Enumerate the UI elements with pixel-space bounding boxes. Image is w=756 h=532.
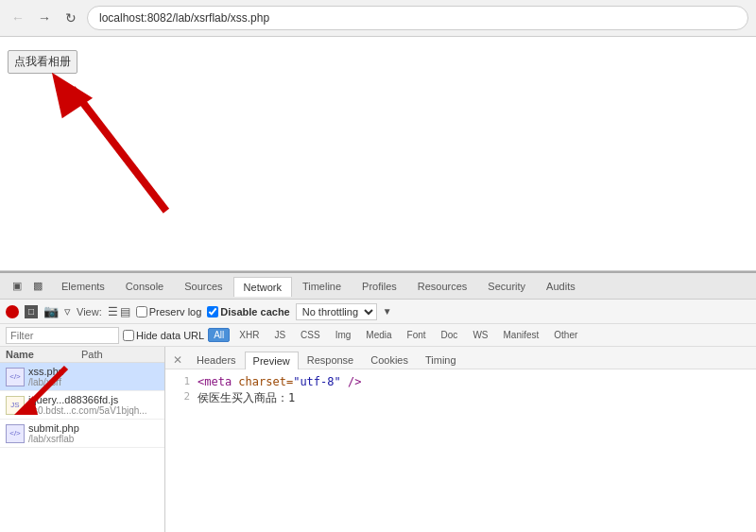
refresh-button[interactable]: ↻	[60, 8, 81, 28]
file-info-submit: submit.php /lab/xsrflab	[28, 422, 79, 444]
filter-row: Hide data URL All XHR JS CSS Img Media F…	[0, 324, 756, 347]
tab-elements[interactable]: Elements	[51, 276, 115, 296]
view-icons: ☰ ▤	[108, 305, 130, 318]
console-drawer-icon[interactable]: ▩	[28, 277, 47, 296]
file-icon-jquery: JS	[6, 396, 25, 415]
filter-font-button[interactable]: Font	[402, 328, 432, 342]
code-line-1: 1 <meta charset="utf-8" />	[171, 375, 750, 388]
name-column-header: Name	[6, 349, 81, 360]
response-close-button[interactable]: ✕	[169, 352, 186, 369]
meta-tag-close: />	[341, 375, 362, 388]
filter-icon[interactable]: ▿	[64, 304, 71, 318]
file-name-submit: submit.php	[28, 422, 79, 434]
file-path-submit: /lab/xsrflab	[28, 434, 79, 444]
response-content: 1 <meta charset="utf-8" /> 2 侯医生买入商品：1	[165, 369, 756, 532]
file-item-submit[interactable]: </> submit.php /lab/xsrflab	[0, 420, 164, 448]
filter-doc-button[interactable]: Doc	[436, 328, 464, 342]
filter-input[interactable]	[6, 327, 119, 344]
stop-button[interactable]: □	[25, 305, 38, 318]
address-bar[interactable]: localhost:8082/lab/xsrflab/xss.php	[87, 6, 748, 30]
line-num-1: 1	[171, 375, 190, 388]
hide-data-url-text: Hide data URL	[136, 330, 204, 341]
page-content: 点我看相册	[0, 37, 756, 271]
filter-js-button[interactable]: JS	[268, 328, 291, 342]
code-line-2: 2 侯医生买入商品：1	[171, 390, 750, 406]
browser-chrome: ← → ↻ localhost:8082/lab/xsrflab/xss.php	[0, 0, 756, 37]
throttle-select[interactable]: No throttling	[296, 303, 377, 320]
filter-img-button[interactable]: Img	[330, 328, 357, 342]
file-name-xss: xss.php	[28, 366, 64, 377]
inspect-icon[interactable]: ▣	[8, 277, 26, 296]
charset-attr: charset=	[238, 375, 293, 388]
tab-audits[interactable]: Audits	[536, 276, 586, 296]
view-album-button[interactable]: 点我看相册	[8, 50, 77, 74]
line-content-2: 侯医生买入商品：1	[198, 390, 295, 406]
preserve-log-checkbox[interactable]	[136, 306, 147, 317]
camera-icon[interactable]: 📷	[43, 304, 59, 318]
file-icon-xss: </>	[6, 368, 25, 386]
tab-profiles[interactable]: Profiles	[352, 276, 407, 296]
filter-all-button[interactable]: All	[208, 328, 230, 342]
svg-marker-1	[53, 75, 91, 117]
arrow-annotation	[0, 37, 756, 270]
hide-data-url-label[interactable]: Hide data URL	[123, 330, 204, 341]
tab-console[interactable]: Console	[115, 276, 174, 296]
devtools-tab-bar: ▣ ▩ Elements Console Sources Network Tim…	[0, 273, 756, 300]
line-num-2: 2	[171, 390, 190, 406]
filter-manifest-button[interactable]: Manifest	[497, 328, 544, 342]
network-toolbar: □ 📷 ▿ View: ☰ ▤ Preserv log Disable cach…	[0, 300, 756, 324]
browser-toolbar: ← → ↻ localhost:8082/lab/xsrflab/xss.php	[0, 0, 756, 36]
file-arrow-container: JS jquery...d88366fd.js ss0.bdst...c.com…	[0, 391, 164, 420]
file-info-xss: xss.php /lab/xsrf	[28, 366, 64, 387]
devtools-icons: ▣ ▩	[4, 277, 51, 296]
file-list-header: Name Path	[0, 347, 164, 363]
filter-ws-button[interactable]: WS	[467, 328, 493, 342]
response-tab-response[interactable]: Response	[299, 351, 363, 369]
filter-xhr-button[interactable]: XHR	[233, 328, 265, 342]
disable-cache-text: Disable cache	[220, 306, 289, 317]
throttle-arrow-icon: ▼	[383, 306, 392, 317]
file-info-jquery: jquery...d88366fd.js ss0.bdst...c.com/5a…	[28, 394, 147, 416]
preserve-log-text: Preserv log	[149, 306, 202, 317]
hide-data-url-checkbox[interactable]	[123, 330, 134, 341]
svg-line-0	[72, 89, 166, 211]
disable-cache-checkbox[interactable]	[207, 306, 218, 317]
filter-media-button[interactable]: Media	[360, 328, 397, 342]
charset-val: "utf-8"	[293, 375, 341, 388]
tab-timeline[interactable]: Timeline	[292, 276, 352, 296]
disable-cache-checkbox-label[interactable]: Disable cache	[207, 306, 289, 317]
line-content-1: <meta charset="utf-8" />	[198, 375, 361, 388]
filter-other-button[interactable]: Other	[548, 328, 583, 342]
tab-sources[interactable]: Sources	[174, 276, 232, 296]
response-tab-bar: ✕ Headers Preview Response Cookies Timin…	[165, 347, 756, 369]
devtools-main: Name Path </> xss.php /lab/xsrf JS jquer…	[0, 347, 756, 532]
file-item-xss[interactable]: </> xss.php /lab/xsrf	[0, 363, 164, 391]
file-list: Name Path </> xss.php /lab/xsrf JS jquer…	[0, 347, 165, 532]
back-button[interactable]: ←	[8, 8, 28, 28]
filter-css-button[interactable]: CSS	[295, 328, 326, 342]
response-panel: ✕ Headers Preview Response Cookies Timin…	[165, 347, 756, 532]
view-label: View:	[77, 306, 102, 317]
file-item-jquery[interactable]: JS jquery...d88366fd.js ss0.bdst...c.com…	[0, 391, 164, 420]
meta-tag-open: <meta	[198, 375, 238, 388]
list-view-icon[interactable]: ☰	[108, 305, 118, 318]
file-icon-submit: </>	[6, 424, 25, 443]
response-tab-timing[interactable]: Timing	[417, 351, 465, 369]
preserve-log-checkbox-label[interactable]: Preserv log	[136, 306, 202, 317]
path-column-header: Path	[81, 349, 159, 360]
response-tab-preview[interactable]: Preview	[245, 352, 299, 369]
url-text: localhost:8082/lab/xsrflab/xss.php	[99, 11, 269, 25]
grid-view-icon[interactable]: ▤	[120, 305, 130, 318]
file-path-xss: /lab/xsrf	[28, 377, 64, 387]
devtools-panel: ▣ ▩ Elements Console Sources Network Tim…	[0, 271, 756, 532]
record-button[interactable]	[6, 305, 19, 318]
tab-network[interactable]: Network	[233, 277, 292, 297]
tab-security[interactable]: Security	[477, 276, 536, 296]
tab-resources[interactable]: Resources	[407, 276, 478, 296]
forward-button[interactable]: →	[34, 8, 55, 28]
response-tab-cookies[interactable]: Cookies	[362, 351, 417, 369]
file-name-jquery: jquery...d88366fd.js	[28, 394, 147, 405]
file-path-jquery: ss0.bdst...c.com/5aV1bjqh...	[28, 405, 147, 416]
response-tab-headers[interactable]: Headers	[188, 351, 245, 369]
